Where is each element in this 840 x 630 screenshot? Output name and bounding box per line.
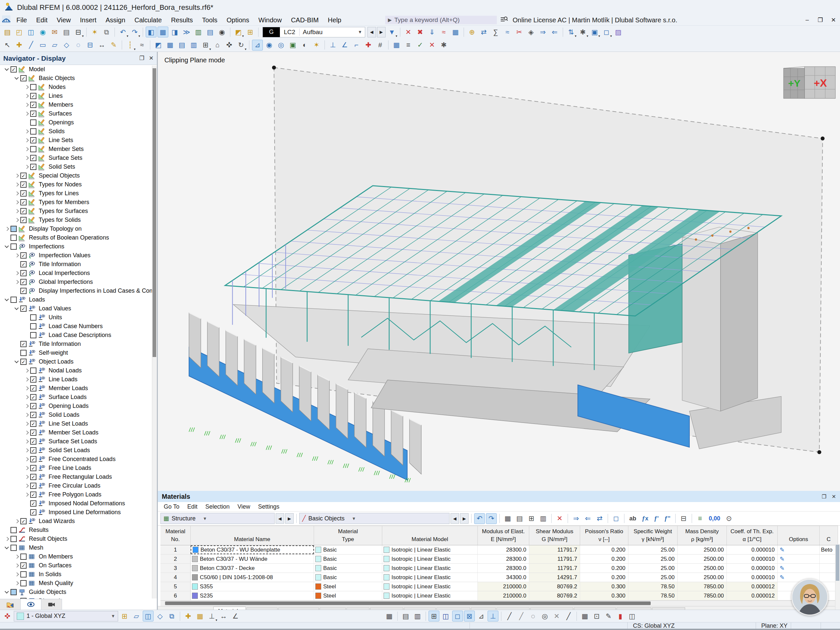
- column-header-material-model[interactable]: Material Model: [382, 526, 478, 545]
- show-hinges-icon[interactable]: ∠: [339, 40, 350, 51]
- view-yz-icon[interactable]: ▥: [188, 40, 199, 51]
- plane-tool-3-icon[interactable]: ◌: [527, 611, 538, 622]
- guideline-tool-icon[interactable]: ┆▾: [125, 40, 136, 51]
- poisson-cell[interactable]: 0.200: [580, 573, 628, 582]
- open-model-icon[interactable]: ◰: [14, 27, 25, 38]
- tree-checkbox[interactable]: [30, 332, 36, 338]
- calculate-all-icon[interactable]: ≡: [403, 40, 414, 51]
- materials-close-button[interactable]: ✕: [832, 494, 836, 500]
- tree-expander-icon[interactable]: [13, 571, 21, 578]
- tree-expander-icon[interactable]: [23, 93, 30, 99]
- new-node-icon[interactable]: ✚: [14, 40, 25, 51]
- column-header-mass-density-kg-m[interactable]: Mass Densityρ [kg/m³]: [677, 526, 727, 545]
- table-pin-icon[interactable]: ▦: [579, 611, 590, 622]
- navigator-tab-views[interactable]: [41, 599, 62, 609]
- relation-down-icon[interactable]: ↷: [486, 513, 497, 524]
- column-header-specific-weight-kn-m[interactable]: Specific Weightγ [kN/m³]: [628, 526, 677, 545]
- table-group-select[interactable]: ▦ Structure ▼: [161, 513, 275, 524]
- column-header-material-type[interactable]: MaterialType: [314, 526, 382, 545]
- tree-checkbox[interactable]: [30, 128, 36, 134]
- menu-help[interactable]: Help: [323, 16, 346, 25]
- tree-checkbox[interactable]: ✓: [21, 199, 27, 205]
- new-member-icon[interactable]: ▭: [38, 40, 48, 51]
- tree-checkbox[interactable]: ✓: [30, 483, 36, 489]
- rotate-view-icon[interactable]: ↻▾: [235, 40, 246, 51]
- tree-checkbox[interactable]: [30, 120, 36, 126]
- cartesian-grid-icon[interactable]: ◫: [441, 611, 451, 622]
- formula-fx2-icon[interactable]: ƒ'': [662, 513, 673, 524]
- menu-window[interactable]: Window: [254, 16, 286, 25]
- snap-ortho-icon[interactable]: ⊥▾: [206, 611, 217, 622]
- table-category-select[interactable]: ╱ Basic Objects ▼: [299, 513, 450, 524]
- poisson-cell[interactable]: 0.300: [580, 591, 628, 600]
- tree-checkbox[interactable]: ✓: [30, 137, 36, 144]
- pan-view-icon[interactable]: ✜: [224, 40, 235, 51]
- tree-checkbox[interactable]: ✓: [21, 341, 27, 347]
- zoom-window-icon[interactable]: ⊞▾: [200, 40, 211, 51]
- shear-modulus-cell[interactable]: 14291.7: [529, 573, 580, 582]
- new-cs-icon[interactable]: ⊞: [119, 611, 130, 622]
- row-number-cell[interactable]: 6: [161, 591, 191, 600]
- edit-cs-icon[interactable]: ▱: [131, 611, 142, 622]
- options-cell[interactable]: ✎: [778, 545, 819, 554]
- plane-tool-4-icon[interactable]: ◎: [540, 611, 550, 622]
- delete-row-icon[interactable]: ✕: [554, 513, 565, 524]
- tree-item-surfaces[interactable]: ✓Surfaces: [0, 109, 157, 118]
- show-axes-icon[interactable]: ✚: [363, 40, 374, 51]
- materials-menu-selection[interactable]: Selection: [202, 503, 233, 510]
- light-settings-icon[interactable]: ✶: [311, 40, 322, 51]
- tree-checkbox[interactable]: ✓: [21, 208, 27, 214]
- grid-show-icon[interactable]: ▦: [384, 611, 395, 622]
- tree-expander-icon[interactable]: [23, 128, 30, 135]
- ortho-mode-icon[interactable]: ◻: [452, 611, 463, 622]
- render-mode-icon[interactable]: ◉: [216, 27, 227, 38]
- material-type-cell[interactable]: Basic: [314, 554, 382, 564]
- render-solid-icon[interactable]: ▣: [287, 40, 298, 51]
- table-group-prev-button[interactable]: ◀: [276, 513, 284, 524]
- tree-item-loads[interactable]: Loads: [0, 295, 157, 304]
- move-row-out-icon[interactable]: ⇒: [571, 513, 581, 524]
- tree-checkbox[interactable]: [30, 314, 36, 321]
- tree-item-nodes[interactable]: Nodes: [0, 83, 157, 92]
- column-header-options[interactable]: Options: [778, 526, 819, 545]
- materials-menu-go-to[interactable]: Go To: [161, 503, 183, 510]
- material-model-cell[interactable]: Isotropic | Linear Elastic: [382, 591, 478, 600]
- snap-angle-icon[interactable]: ∠: [230, 611, 241, 622]
- save-model-icon[interactable]: ◫: [25, 27, 36, 38]
- restore-button[interactable]: ❐: [814, 16, 827, 24]
- tree-checkbox[interactable]: [11, 297, 17, 303]
- mass-density-cell[interactable]: 7850.00: [677, 582, 727, 591]
- specific-weight-cell[interactable]: 25.00: [628, 545, 677, 554]
- menu-cad-bim[interactable]: CAD-BIM: [286, 16, 323, 25]
- new-opening-icon[interactable]: ◌: [73, 40, 84, 51]
- tree-item-display-imperfections-in-load-cases-combi[interactable]: ✓Display Imperfections in Load Cases & C…: [0, 286, 157, 295]
- tree-item-result-objects[interactable]: Result Objects: [0, 535, 157, 543]
- tree-expander-icon[interactable]: [23, 111, 30, 117]
- tree-expander-icon[interactable]: [23, 394, 30, 401]
- tree-expander-icon[interactable]: [13, 270, 21, 276]
- tree-expander-icon[interactable]: [13, 279, 21, 286]
- material-model-cell[interactable]: Isotropic | Linear Elastic: [382, 564, 478, 573]
- tree-checkbox[interactable]: [11, 235, 17, 241]
- redo-icon[interactable]: ↷▾: [129, 27, 140, 38]
- plane-tool-2-icon[interactable]: ╱: [516, 611, 527, 622]
- tree-checkbox[interactable]: ✓: [21, 182, 27, 188]
- tree-expander-icon[interactable]: [23, 456, 30, 463]
- tree-expander-icon[interactable]: [23, 164, 30, 170]
- poisson-cell[interactable]: 0.300: [580, 582, 628, 591]
- mass-density-cell[interactable]: 2500.00: [677, 554, 727, 564]
- tree-item-member-loads[interactable]: ✓Member Loads: [0, 384, 157, 393]
- navigator-tab-display[interactable]: [21, 599, 41, 609]
- tree-checkbox[interactable]: ✓: [30, 394, 36, 400]
- tree-expander-icon[interactable]: [23, 137, 30, 144]
- calculation-settings-icon[interactable]: ✱: [438, 40, 449, 51]
- material-row-3[interactable]: 3Beton C30/37 - DeckeBasicIsotropic | Li…: [161, 564, 838, 573]
- material-model-cell[interactable]: Isotropic | Linear Elastic: [382, 545, 478, 554]
- materials-vscrollbar[interactable]: [835, 544, 840, 616]
- plane-tool-1-icon[interactable]: ╱: [504, 611, 515, 622]
- tree-expander-icon[interactable]: [23, 155, 30, 161]
- tree-item-solids[interactable]: Solids: [0, 127, 157, 136]
- copy-cs-icon[interactable]: ⧉: [166, 611, 177, 622]
- copy-object-icon[interactable]: ⧉: [101, 27, 112, 38]
- edit-options-icon[interactable]: ✎: [780, 565, 785, 572]
